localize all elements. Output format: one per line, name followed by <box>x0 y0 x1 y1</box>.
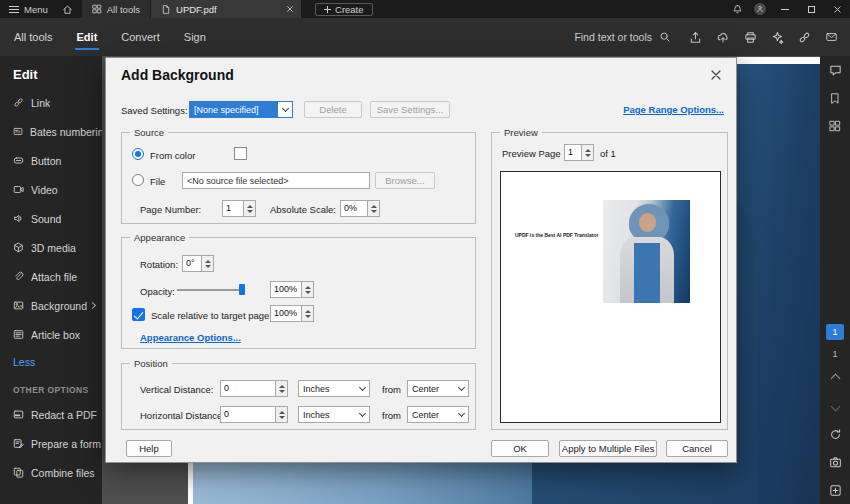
source-group-label: Source <box>130 127 168 138</box>
sidebar-item-bates-numbering[interactable]: Bates numbering <box>0 117 102 146</box>
thumbnails-panel-button[interactable] <box>820 112 850 140</box>
sidebar-item-prepare-form[interactable]: Prepare a form <box>0 429 102 458</box>
tab-all-tools-label: All tools <box>107 4 140 15</box>
ok-button[interactable]: OK <box>491 440 549 457</box>
rotation-spinner[interactable]: 0° <box>182 255 214 272</box>
scale-relative-checkbox[interactable] <box>132 308 145 321</box>
horizontal-distance-value[interactable]: 0 <box>221 407 275 422</box>
appearance-group: Appearance Rotation: 0° Opacity: 100% Sc… <box>121 237 476 349</box>
previous-page-button[interactable] <box>820 364 850 392</box>
slider-thumb[interactable] <box>239 284 245 295</box>
sidebar-item-label: Attach file <box>31 271 77 283</box>
sidebar-item-article-box[interactable]: Article box <box>0 320 102 349</box>
spinner-arrows[interactable] <box>275 381 287 396</box>
account-avatar[interactable] <box>754 3 766 15</box>
sidebar-item-attach-file[interactable]: Attach file <box>0 262 102 291</box>
search-box[interactable]: Find text or tools <box>574 31 671 43</box>
spinner-arrows[interactable] <box>301 306 313 321</box>
color-swatch[interactable] <box>234 147 247 160</box>
page-range-options-link[interactable]: Page Range Options... <box>623 104 724 115</box>
vertical-anchor-select[interactable]: Center <box>407 380 469 397</box>
email-icon[interactable] <box>825 31 838 43</box>
home-button[interactable] <box>57 0 79 18</box>
tab-close-button[interactable] <box>284 3 296 15</box>
saved-settings-select[interactable]: [None specified] <box>189 101 293 118</box>
toolbar-tab-convert[interactable]: Convert <box>121 31 160 43</box>
spinner-arrows[interactable] <box>201 256 213 271</box>
sidebar-item-3d-media[interactable]: 3D media <box>0 233 102 262</box>
spinner-arrows[interactable] <box>275 407 287 422</box>
notifications-button[interactable] <box>726 0 748 18</box>
close-window-icon <box>833 5 842 14</box>
opacity-value[interactable]: 100% <box>271 282 301 297</box>
bookmarks-panel-button[interactable] <box>820 84 850 112</box>
vertical-distance-value[interactable]: 0 <box>221 381 275 396</box>
toolbar-tab-all-tools[interactable]: All tools <box>14 31 53 43</box>
rotation-value[interactable]: 0° <box>183 256 201 271</box>
toolbar-tab-edit[interactable]: Edit <box>77 31 98 43</box>
thumbnails-icon <box>829 120 841 132</box>
horizontal-unit-select[interactable]: Inches <box>298 406 370 423</box>
browse-button[interactable]: Browse... <box>375 172 435 189</box>
maximize-button[interactable] <box>798 0 824 18</box>
delete-button[interactable]: Delete <box>304 101 362 118</box>
sidebar-item-redact-pdf[interactable]: Redact a PDF <box>0 400 102 429</box>
toolbar-tab-sign[interactable]: Sign <box>184 31 206 43</box>
less-link[interactable]: Less <box>0 349 102 368</box>
cloud-upload-icon[interactable] <box>716 31 730 44</box>
page-number-value[interactable]: 1 <box>223 201 243 216</box>
sidebar-item-button[interactable]: Button <box>0 146 102 175</box>
cancel-button[interactable]: Cancel <box>666 440 728 457</box>
tab-all-tools[interactable]: All tools <box>82 0 150 18</box>
dialog-close-button[interactable] <box>708 67 724 83</box>
spinner-arrows[interactable] <box>367 201 379 216</box>
spinner-arrows[interactable] <box>243 201 255 216</box>
vertical-unit-select[interactable]: Inches <box>298 380 370 397</box>
snapshot-button[interactable] <box>820 448 850 476</box>
appearance-options-link[interactable]: Appearance Options... <box>140 332 241 343</box>
source-file-field[interactable]: <No source file selected> <box>182 172 370 189</box>
horizontal-anchor-select[interactable]: Center <box>407 406 469 423</box>
preview-page-spinner[interactable]: 1 <box>564 144 594 161</box>
preview-page-value[interactable]: 1 <box>565 145 581 160</box>
from-color-radio[interactable] <box>132 148 144 160</box>
more-tools-button[interactable] <box>820 476 850 504</box>
vertical-distance-spinner[interactable]: 0 <box>220 380 288 397</box>
sidebar-item-sound[interactable]: Sound <box>0 204 102 233</box>
help-button[interactable]: Help <box>126 440 172 457</box>
save-settings-button[interactable]: Save Settings... <box>370 101 450 118</box>
rotate-page-button[interactable] <box>820 420 850 448</box>
link-icon[interactable] <box>798 31 811 44</box>
next-page-button[interactable] <box>820 392 850 420</box>
sidebar-item-label: Prepare a form <box>31 438 101 450</box>
page-number-spinner[interactable]: 1 <box>222 200 256 217</box>
sidebar-item-video[interactable]: Video <box>0 175 102 204</box>
sidebar-item-label: Combine files <box>31 467 95 479</box>
absolute-scale-value[interactable]: 0% <box>341 201 367 216</box>
close-window-button[interactable] <box>824 0 850 18</box>
scale-relative-value[interactable]: 100% <box>271 306 301 321</box>
horizontal-distance-spinner[interactable]: 0 <box>220 406 288 423</box>
opacity-spinner[interactable]: 100% <box>270 281 314 298</box>
opacity-slider[interactable] <box>177 283 245 296</box>
sidebar-item-link[interactable]: Link <box>0 88 102 117</box>
tab-document[interactable]: UPDF.pdf <box>151 0 301 18</box>
spinner-arrows[interactable] <box>301 282 313 297</box>
file-radio[interactable] <box>132 174 144 186</box>
menu-button[interactable]: Menu <box>0 0 57 18</box>
current-page-badge[interactable]: 1 <box>826 324 844 340</box>
create-button[interactable]: Create <box>315 3 373 16</box>
print-icon[interactable] <box>744 31 757 44</box>
export-icon[interactable] <box>689 31 702 44</box>
ai-assistant-icon[interactable] <box>771 31 784 44</box>
sidebar-item-background[interactable]: Background <box>0 291 102 320</box>
spinner-arrows[interactable] <box>581 145 593 160</box>
vertical-unit-value: Inches <box>299 381 355 396</box>
comments-panel-button[interactable] <box>820 56 850 84</box>
sidebar-item-combine-files[interactable]: Combine files <box>0 458 102 487</box>
apply-multiple-files-button[interactable]: Apply to Multiple Files <box>559 440 657 457</box>
preview-group: Preview Preview Page 1 of 1 UPDF is the … <box>491 132 728 430</box>
scale-relative-spinner[interactable]: 100% <box>270 305 314 322</box>
absolute-scale-spinner[interactable]: 0% <box>340 200 380 217</box>
minimize-button[interactable] <box>772 0 798 18</box>
